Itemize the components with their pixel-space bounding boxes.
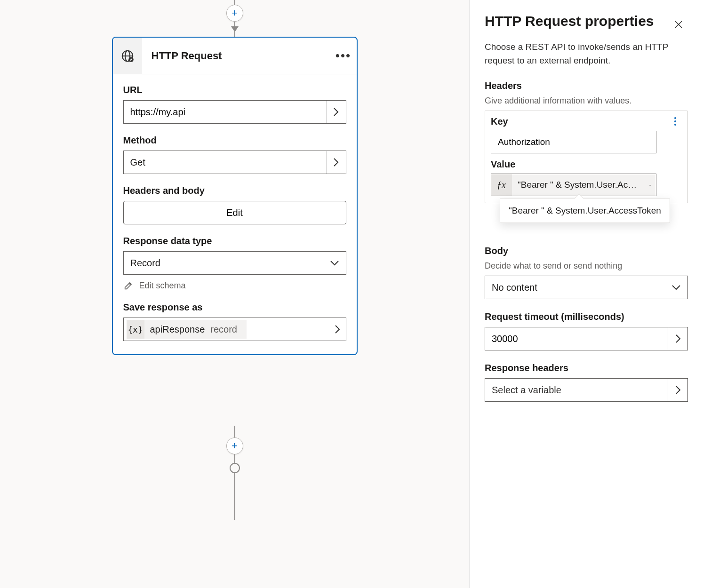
method-label: Method [123,135,346,146]
chevron-down-icon [330,260,339,266]
http-icon [113,38,142,74]
response-headers-label: Response headers [485,363,688,373]
formula-tooltip: "Bearer " & System.User.AccessToken [500,199,670,223]
variable-icon: {x} [127,320,144,339]
method-expand-button[interactable] [326,151,346,174]
header-key-label: Key [491,116,508,127]
fx-icon: ƒx [491,174,512,196]
url-expand-button[interactable] [326,101,346,123]
variable-chip: {x} apiResponse record [127,320,247,339]
header-key-input[interactable] [491,131,656,153]
response-type-select[interactable]: Record [123,251,346,275]
method-value: Get [124,151,326,174]
add-node-top-button[interactable]: + [226,5,243,22]
edit-headers-body-button[interactable]: Edit [123,201,346,224]
formula-dot-icon: · [644,180,656,190]
body-section-label: Body [485,246,688,256]
edit-schema-label: Edit schema [139,281,186,291]
method-input-row[interactable]: Get [123,151,346,174]
flow-canvas: + HTTP Request ••• URL [0,0,470,588]
save-as-label: Save response as [123,302,346,313]
timeout-input[interactable] [485,327,668,350]
header-value-label: Value [488,159,685,174]
url-input[interactable] [124,101,326,123]
variable-name: apiResponse [144,324,211,335]
timeout-input-row[interactable] [485,327,688,350]
headers-section-sub: Give additional information with values. [485,96,688,106]
url-input-row[interactable] [123,100,346,124]
panel-title: HTTP Request properties [485,13,654,29]
http-request-node[interactable]: HTTP Request ••• URL Method Get [112,37,358,355]
close-button[interactable] [669,15,688,34]
panel-description: Choose a REST API to invoke/sends an HTT… [485,40,688,67]
body-value: No content [492,282,671,293]
headers-item: Key Value ƒx "Bearer " & System.User.Ac…… [485,111,688,203]
response-headers-placeholder: Select a variable [485,379,668,401]
response-type-label: Response data type [123,236,346,246]
url-label: URL [123,85,346,95]
response-type-value: Record [130,258,330,269]
body-section-sub: Decide what to send or send nothing [485,261,688,271]
edit-schema-button[interactable]: Edit schema [123,280,346,291]
node-more-button[interactable]: ••• [330,43,357,69]
save-as-variable-row[interactable]: {x} apiResponse record [123,318,346,341]
properties-panel: HTTP Request properties Choose a REST AP… [470,0,703,588]
chevron-right-icon [335,325,340,334]
headers-body-label: Headers and body [123,185,346,196]
header-item-menu-button[interactable] [669,115,682,128]
headers-section-label: Headers [485,80,688,91]
node-header: HTTP Request ••• [113,38,357,74]
header-value-display: "Bearer " & System.User.Ac… [512,180,644,190]
add-node-bottom-button[interactable]: + [226,437,243,454]
chevron-down-icon [671,285,681,290]
node-title: HTTP Request [142,50,330,62]
variable-type: record [210,324,241,335]
timeout-expand-button[interactable] [668,327,687,350]
pencil-icon [123,280,134,291]
response-headers-select[interactable]: Select a variable [485,378,688,402]
header-value-formula-row[interactable]: ƒx "Bearer " & System.User.Ac… · "Bearer… [491,174,656,196]
body-select[interactable]: No content [485,276,688,299]
arrowhead-icon [231,26,239,32]
loop-end-icon [230,463,240,473]
timeout-label: Request timeout (milliseconds) [485,311,688,322]
response-headers-expand-button[interactable] [668,379,687,401]
